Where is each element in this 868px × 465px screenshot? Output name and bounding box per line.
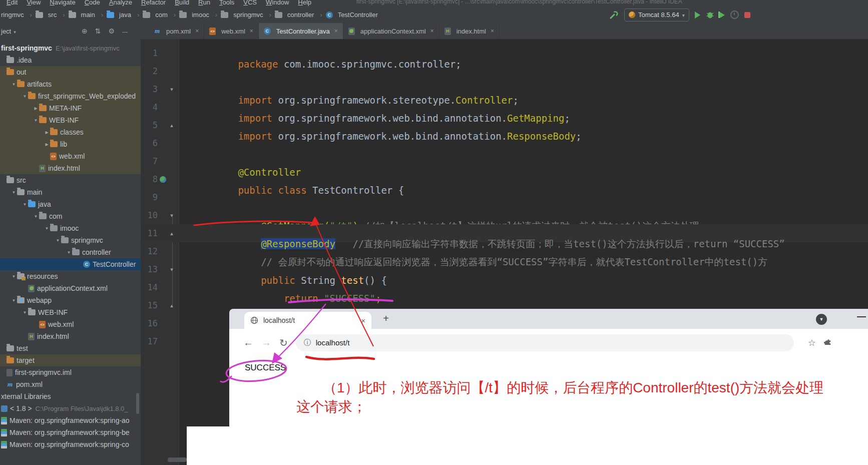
tree-expand-arrow-icon[interactable]: ▼ [22,94,28,99]
breadcrumb-item[interactable]: imooc [179,11,221,19]
editor-tab[interactable]: pom.xml [149,23,204,39]
menu-item[interactable]: Refactor [137,0,170,6]
address-bar[interactable]: localhost/t [296,334,794,351]
tree-item[interactable]: applicationContext.xml [0,282,141,294]
tree-item[interactable]: Maven: org.springframework:spring-ao [0,414,141,426]
tree-item[interactable]: TestController [0,258,141,270]
editor-tab[interactable]: index.html [440,23,500,39]
tree-item[interactable]: first-springmvc.iml [0,366,141,378]
tree-expand-arrow-icon[interactable]: ▶ [33,106,39,111]
project-panel-scrollbar[interactable] [136,393,139,414]
tab-search-button[interactable] [816,314,827,325]
tree-item[interactable]: ▼ java [0,198,141,210]
tree-item[interactable]: test [0,342,141,354]
spring-bean-gutter-icon[interactable] [160,176,166,183]
project-view-dropdown[interactable]: ject [0,28,16,35]
tree-item[interactable]: pom.xml [0,378,141,390]
locate-file-icon[interactable] [82,27,88,35]
profiler-button[interactable] [730,11,739,19]
tree-item[interactable]: .idea [0,54,141,66]
tree-item[interactable]: ▼ artifacts [0,78,141,90]
editor-tab[interactable]: web.xml [204,23,259,39]
extensions-puzzle-icon[interactable] [824,338,832,347]
tree-expand-arrow-icon[interactable]: ▼ [11,82,17,87]
menu-item[interactable]: Tools [215,0,239,6]
tree-item[interactable]: target [0,354,141,366]
tree-expand-arrow-icon[interactable]: ▼ [22,310,28,315]
tree-item[interactable]: ▶ lib [0,138,141,150]
fold-marker-icon[interactable]: ▴ [168,302,175,309]
breadcrumb-item[interactable]: src [36,11,69,19]
forward-button[interactable] [261,337,271,348]
tree-item[interactable]: index.html [0,330,141,342]
editor-horizontal-scrollbar[interactable] [168,457,187,462]
tree-item[interactable]: src [0,174,141,186]
breadcrumb-item[interactable]: ringmvc [1,11,36,19]
tree-item[interactable]: first-springmvc E:\java\first-springmvc [0,42,141,54]
collapse-all-icon[interactable] [95,27,101,35]
build-wrench-icon[interactable] [609,10,619,20]
tree-expand-arrow-icon[interactable]: ▶ [44,142,50,147]
tree-expand-arrow-icon[interactable]: ▼ [33,214,39,219]
tree-expand-arrow-icon[interactable]: ▼ [33,118,39,123]
run-button[interactable] [695,12,700,19]
tree-expand-arrow-icon[interactable]: ▼ [44,226,50,231]
tree-item[interactable]: web.xml [0,150,141,162]
editor-tab[interactable]: applicationContext.xml [343,23,440,39]
fold-marker-icon[interactable]: ▾ [168,266,175,273]
breadcrumb-item[interactable]: TestController [326,11,378,19]
info-icon[interactable] [304,338,311,347]
minimize-icon[interactable] [857,316,866,317]
fold-marker-icon[interactable]: ▾ [168,86,175,93]
browser-tab[interactable]: localhost/t [244,312,371,329]
fold-marker-icon[interactable]: ▴ [168,122,175,129]
tree-item[interactable]: xternal Libraries [0,390,141,402]
breadcrumb-item[interactable]: com [143,11,179,19]
breadcrumb-item[interactable]: main [69,11,107,19]
close-icon[interactable] [430,28,434,35]
tree-item[interactable]: ▼ resources [0,270,141,282]
tree-expand-arrow-icon[interactable]: ▼ [22,202,28,207]
tree-expand-arrow-icon[interactable]: ▼ [11,274,17,279]
fold-marker-icon[interactable]: ▾ [168,212,175,219]
bookmark-star-icon[interactable] [808,337,816,348]
tree-item[interactable]: Maven: org.springframework:spring-be [0,426,141,438]
close-icon[interactable] [250,28,253,35]
tree-item[interactable]: ▼ WEB-INF [0,114,141,126]
menu-item[interactable]: VCS [239,0,261,6]
breadcrumb-item[interactable]: controller [275,11,326,19]
menu-item[interactable]: Run [194,0,215,6]
reload-button[interactable] [279,337,288,349]
breadcrumb-item[interactable]: java [107,11,143,19]
run-configuration-select[interactable]: Tomcat 8.5.64 [624,9,689,22]
breadcrumb-item[interactable]: springmvc [221,11,275,19]
tree-item[interactable]: ▼ main [0,186,141,198]
menu-item[interactable]: Navigate [45,0,80,6]
debug-button[interactable] [706,11,714,19]
tree-item[interactable]: ▼ controller [0,246,141,258]
tree-item[interactable]: ▼ springmvc [0,234,141,246]
tree-item[interactable]: < 1.8 > C:\Program Files\Java\jdk1.8.0_ [0,402,141,414]
editor-tab[interactable]: TestController.java [259,23,343,39]
tree-item[interactable]: Maven: org.springframework:spring-co [0,438,141,450]
run-with-coverage-button[interactable] [720,12,725,18]
tree-expand-arrow-icon[interactable]: ▼ [55,238,61,243]
tree-expand-arrow-icon[interactable]: ▶ [44,130,50,135]
close-icon[interactable] [491,28,494,35]
tree-item[interactable]: ▼ WEB-INF [0,306,141,318]
tree-item[interactable]: ▼ com [0,210,141,222]
tree-item[interactable]: ▼ first_springmvc_Web_exploded [0,90,141,102]
tree-expand-arrow-icon[interactable]: ▼ [11,298,17,303]
menu-item[interactable]: Edit [2,0,22,6]
menu-item[interactable]: View [22,0,45,6]
tree-item[interactable]: web.xml [0,318,141,330]
tree-item[interactable]: out [0,66,141,78]
tree-expand-arrow-icon[interactable]: ▼ [66,250,72,255]
tree-item[interactable]: ▶ META-INF [0,102,141,114]
close-icon[interactable] [334,28,338,35]
tree-item[interactable]: ▼ imooc [0,222,141,234]
menu-item[interactable]: Code [80,0,105,6]
menu-item[interactable]: Build [170,0,194,6]
close-icon[interactable] [195,28,199,35]
tree-item[interactable]: ▶ classes [0,126,141,138]
